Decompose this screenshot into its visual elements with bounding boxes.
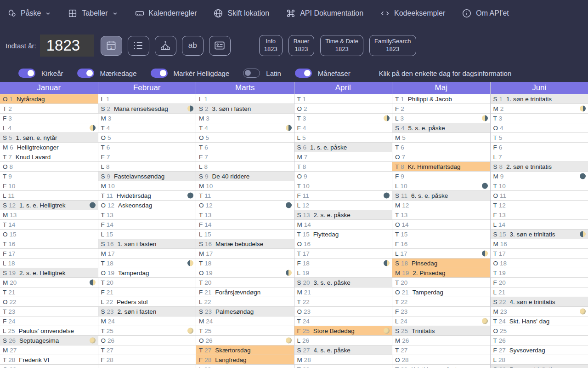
day-cell[interactable]: T12 [491,201,588,210]
day-cell[interactable]: T29Kristi legemsfest [392,365,490,368]
day-cell[interactable]: F13 [491,210,588,220]
day-cell[interactable]: L5 [294,133,392,143]
day-cell[interactable]: O2 [294,104,392,114]
day-cell[interactable]: T19 [491,268,588,278]
day-cell[interactable]: F28 [98,355,196,365]
nav-item-tabeller[interactable]: Tabeller [68,8,118,18]
day-cell[interactable]: T16 [0,239,98,249]
day-cell[interactable]: S203. s. e. påske [294,278,392,288]
day-cell[interactable]: S224. søn e trinitatis [491,297,588,307]
day-cell[interactable]: M21 [294,288,392,297]
day-cell[interactable]: L7 [491,152,588,162]
day-cell[interactable]: S295. søn e trinitatis [491,365,588,368]
nav-item-påske[interactable]: Påske [6,8,51,18]
day-cell[interactable]: T10 [491,181,588,191]
day-cell[interactable]: F4 [294,123,392,133]
day-cell[interactable]: O8 [0,162,98,172]
day-cell[interactable]: L19 [294,268,392,278]
day-cell[interactable]: L3 [392,114,490,123]
day-cell[interactable]: F24 [0,316,98,326]
day-cell[interactable]: L8 [98,162,196,172]
toggle-switch-mærkedage[interactable] [77,69,94,78]
day-cell[interactable]: T11Hvidetirsdag [98,191,196,201]
toggle-switch-mark-r-helligdage[interactable] [151,69,168,78]
day-cell[interactable]: O19Tamperdag [98,268,196,278]
nav-item-om-api-et[interactable]: Om API'et [462,8,509,18]
day-cell[interactable]: M13 [0,210,98,220]
day-cell[interactable]: T15Flyttedag [294,230,392,239]
day-cell[interactable]: L18 [0,259,98,268]
day-cell[interactable]: L4 [0,123,98,133]
day-cell[interactable]: T27 [392,345,490,355]
day-cell[interactable]: M14 [294,220,392,230]
day-cell[interactable]: S82. søn e trinitatis [491,162,588,172]
day-cell[interactable]: O12 [196,201,294,210]
day-cell[interactable]: O7 [392,152,490,162]
day-cell[interactable]: T20 [392,278,490,288]
day-cell[interactable]: O5 [98,133,196,143]
day-cell[interactable]: S11. søn e trinitatis [491,94,588,104]
day-cell[interactable]: M23 [491,307,588,316]
day-cell[interactable]: M10 [196,181,294,191]
toggle-switch-månefaser[interactable] [295,69,312,78]
list-button[interactable] [128,36,149,56]
day-cell[interactable]: F20 [491,278,588,288]
day-cell[interactable]: M10 [98,181,196,191]
day-cell[interactable]: S192. s. e. Helligtrek [0,268,98,278]
day-cell[interactable]: L26 [294,336,392,345]
day-cell[interactable]: T27Skærtorsdag [196,345,294,355]
day-cell[interactable]: M28 [294,355,392,365]
day-cell[interactable]: F2 [392,104,490,114]
day-cell[interactable]: T24Skt. Hans' dag [491,316,588,326]
day-cell[interactable]: F7 [196,152,294,162]
toggle-switch-kirkeår[interactable] [18,69,35,78]
day-cell[interactable]: T14 [0,220,98,230]
day-cell[interactable]: F16 [392,239,490,249]
day-cell[interactable]: L1 [196,94,294,104]
day-cell[interactable]: L25Paulus' omvendelse [0,326,98,336]
day-cell[interactable]: L24 [392,316,490,326]
day-cell[interactable]: O1Nytårsdag [0,94,98,104]
day-cell[interactable]: S61. s. e. påske [294,143,392,152]
day-cell[interactable]: T8 [294,162,392,172]
day-cell[interactable]: F14 [196,220,294,230]
day-cell[interactable]: F17 [0,249,98,259]
day-cell[interactable]: F25Store Bededag [294,326,392,336]
day-cell[interactable]: O18 [491,259,588,268]
day-cell[interactable]: M2 [491,104,588,114]
church-button[interactable] [155,36,176,56]
day-cell[interactable]: F21 [98,288,196,297]
day-cell[interactable]: T2 [0,104,98,114]
day-cell[interactable]: T24 [294,316,392,326]
day-cell[interactable]: T20 [196,278,294,288]
day-cell[interactable]: F27Syvsoverdag [491,345,588,355]
day-cell[interactable]: S161. søn i fasten [98,239,196,249]
day-cell[interactable]: T22 [392,297,490,307]
day-cell[interactable]: T13 [196,210,294,220]
day-cell[interactable]: M5 [392,133,490,143]
day-cell[interactable]: S9De 40 riddere [196,172,294,181]
nav-item-kalenderregler[interactable]: Kalenderregler [135,8,197,18]
day-cell[interactable]: M17 [196,249,294,259]
day-cell[interactable]: O21Tamperdag [392,288,490,297]
day-cell[interactable]: L14 [491,220,588,230]
day-cell[interactable]: O4 [491,123,588,133]
day-cell[interactable]: T21 [0,288,98,297]
day-cell[interactable]: F23 [392,307,490,316]
day-cell[interactable]: T25 [196,326,294,336]
day-cell[interactable]: S116. s. e. påske [392,191,490,201]
day-cell[interactable]: M26 [392,336,490,345]
day-cell[interactable]: T11 [196,191,294,201]
day-cell[interactable]: O11 [491,191,588,201]
link-button-familysearch[interactable]: FamilySearch1823 [369,35,416,56]
day-cell[interactable]: O19 [196,268,294,278]
day-cell[interactable]: S121. s. e. Helligtrek [0,201,98,210]
day-cell[interactable]: T5 [491,133,588,143]
day-cell[interactable]: S153. søn e trinitatis [491,230,588,239]
day-cell[interactable]: O12Askeonsdag [98,201,196,210]
day-cell[interactable]: T22 [294,297,392,307]
day-cell[interactable]: L15 [196,230,294,239]
day-cell[interactable]: T20 [98,278,196,288]
day-cell[interactable]: T3 [294,114,392,123]
day-cell[interactable]: O5 [196,133,294,143]
